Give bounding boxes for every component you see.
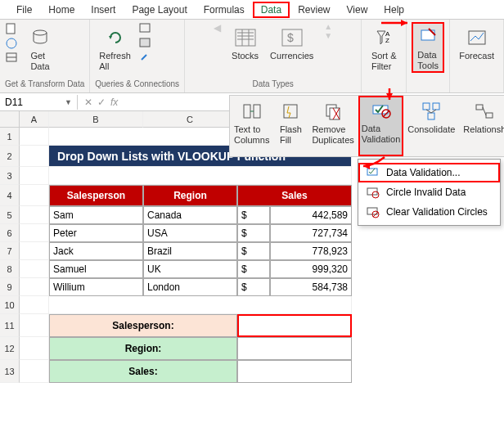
clear-circles-menuitem[interactable]: Clear Validation Circles xyxy=(358,202,500,222)
tab-help[interactable]: Help xyxy=(376,2,412,18)
data-validation-menuitem[interactable]: Data Validation... xyxy=(358,163,500,182)
svg-rect-7 xyxy=(140,38,150,47)
row-header[interactable]: 9 xyxy=(0,278,20,296)
name-box-dropdown-icon[interactable]: ▼ xyxy=(65,98,72,106)
svg-rect-8 xyxy=(236,29,255,46)
data-validation-button[interactable]: Data Validation xyxy=(358,96,404,156)
from-web-icon[interactable] xyxy=(5,37,18,50)
tab-insert[interactable]: Insert xyxy=(83,2,124,18)
flash-fill-button[interactable]: Flash Fill xyxy=(273,96,308,156)
row-header[interactable]: 2 xyxy=(0,146,20,167)
relationships-button[interactable]: Relationsh xyxy=(459,96,504,156)
clear-circles-icon xyxy=(367,205,380,218)
row-header[interactable]: 11 xyxy=(0,314,20,337)
refresh-all-button[interactable]: Refresh All xyxy=(95,22,135,74)
svg-text:Z: Z xyxy=(385,37,389,44)
group-label-data-types: Data Types xyxy=(190,79,356,90)
refresh-all-label: Refresh All xyxy=(99,51,131,72)
forecast-button[interactable]: Forecast xyxy=(455,22,498,64)
tab-review[interactable]: Review xyxy=(290,2,338,18)
row-header[interactable]: 6 xyxy=(0,224,20,242)
col-header[interactable]: C xyxy=(143,111,237,128)
col-header[interactable]: A xyxy=(20,111,49,128)
svg-rect-28 xyxy=(428,113,434,119)
relationships-icon xyxy=(471,98,497,124)
sales-label: Sales: xyxy=(49,360,237,383)
enter-icon[interactable]: ✓ xyxy=(97,97,106,108)
svg-point-4 xyxy=(34,30,47,35)
from-file-icon[interactable] xyxy=(5,22,18,35)
row-header[interactable]: 12 xyxy=(0,337,20,360)
table-row: Willium London $ 584,738 xyxy=(20,278,504,296)
salesperson-input[interactable] xyxy=(237,314,352,337)
currencies-icon: $ xyxy=(279,25,305,51)
name-box[interactable]: D11 ▼ xyxy=(0,95,78,110)
row-header[interactable]: 3 xyxy=(0,167,20,185)
fx-icon[interactable]: fx xyxy=(110,97,118,108)
sort-filter-label: Sort & Filter xyxy=(371,51,397,72)
data-validation-icon xyxy=(367,166,380,179)
data-validation-dropdown: Data Validation... Circle Invalid Data C… xyxy=(358,159,501,226)
currencies-label: Currencies xyxy=(270,51,313,61)
circle-invalid-icon xyxy=(367,186,380,199)
row-header[interactable]: 7 xyxy=(0,242,20,260)
currencies-button[interactable]: $ Currencies xyxy=(266,22,317,64)
cancel-icon[interactable]: ✕ xyxy=(84,97,92,108)
data-validation-icon xyxy=(368,97,394,124)
svg-rect-29 xyxy=(476,105,483,110)
select-all-corner[interactable] xyxy=(0,111,20,128)
svg-rect-16 xyxy=(244,105,250,118)
sort-filter-button[interactable]: AZ Sort & Filter xyxy=(367,22,401,74)
svg-rect-17 xyxy=(254,105,260,118)
table-row: Jack Brazil $ 778,923 xyxy=(20,242,504,260)
row-header[interactable]: 13 xyxy=(0,360,20,383)
data-types-nav-icon[interactable]: ▲▼ xyxy=(321,22,335,40)
svg-rect-6 xyxy=(140,24,150,32)
svg-marker-5 xyxy=(109,36,112,39)
salesperson-label: Salesperson: xyxy=(49,314,237,337)
forecast-icon xyxy=(464,25,490,51)
queries-icon[interactable] xyxy=(138,22,151,35)
data-types-prev-icon[interactable]: ◀ xyxy=(210,22,224,34)
col-header[interactable]: B xyxy=(49,111,143,128)
edit-links-icon[interactable] xyxy=(138,52,151,65)
from-table-icon[interactable] xyxy=(5,52,18,65)
stocks-button[interactable]: Stocks xyxy=(227,22,263,64)
table-row: Samuel UK $ 999,320 xyxy=(20,260,504,278)
row-header[interactable]: 5 xyxy=(0,206,20,224)
properties-icon[interactable] xyxy=(138,37,151,50)
text-to-columns-icon xyxy=(239,98,265,124)
forecast-label: Forecast xyxy=(459,51,494,61)
consolidate-button[interactable]: Consolidate xyxy=(403,96,459,156)
remove-duplicates-button[interactable]: Remove Duplicates xyxy=(308,96,358,156)
tab-formulas[interactable]: Formulas xyxy=(196,2,253,18)
svg-text:$: $ xyxy=(287,31,294,44)
text-to-columns-button[interactable]: Text to Columns xyxy=(230,96,273,156)
data-tools-button[interactable]: Data Tools xyxy=(412,22,444,73)
sales-output[interactable] xyxy=(237,360,352,383)
svg-rect-26 xyxy=(423,103,430,110)
tab-view[interactable]: View xyxy=(339,2,376,18)
row-header[interactable]: 1 xyxy=(0,128,20,146)
get-data-icon xyxy=(27,25,53,51)
row-header[interactable]: 8 xyxy=(0,260,20,278)
region-output[interactable] xyxy=(237,337,352,360)
get-data-button[interactable]: Get Data xyxy=(23,22,57,74)
table-row: Peter USA $ 727,734 xyxy=(20,224,504,242)
tab-data[interactable]: Data xyxy=(253,2,290,18)
remove-duplicates-icon xyxy=(320,98,346,124)
group-label-queries: Queries & Connections xyxy=(95,79,179,90)
row-header[interactable]: 10 xyxy=(0,296,20,314)
circle-invalid-menuitem[interactable]: Circle Invalid Data xyxy=(358,182,500,202)
region-label: Region: xyxy=(49,337,237,360)
row-header[interactable]: 4 xyxy=(0,185,20,206)
stocks-icon xyxy=(232,25,259,51)
tab-file[interactable]: File xyxy=(8,2,40,18)
tab-home[interactable]: Home xyxy=(40,2,83,18)
svg-rect-0 xyxy=(7,24,15,34)
svg-rect-18 xyxy=(284,105,297,118)
svg-rect-30 xyxy=(486,113,493,118)
flash-fill-icon xyxy=(277,98,304,124)
tab-page-layout[interactable]: Page Layout xyxy=(124,2,195,18)
stocks-label: Stocks xyxy=(232,51,259,61)
